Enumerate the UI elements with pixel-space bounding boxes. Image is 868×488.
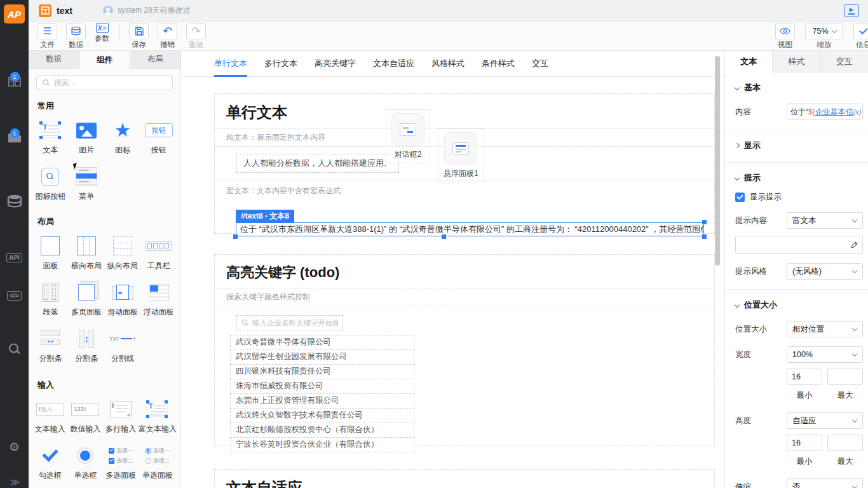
redo-button[interactable]: ↷ 重做 <box>186 23 206 50</box>
rail-item-api[interactable]: API <box>0 247 29 268</box>
tooltip-style-select[interactable]: (无风格) <box>787 263 863 280</box>
company-search-box[interactable] <box>236 315 343 330</box>
company-list-item[interactable]: 北京红杉顺德股权投资中心（有限合伙） <box>230 423 414 438</box>
group-tooltip[interactable]: 提示 <box>725 163 868 191</box>
company-list-item[interactable]: 武汉奇普微半导体有限公司 <box>230 335 414 350</box>
tab-components[interactable]: 组件 <box>79 51 130 69</box>
file-button[interactable]: ☰ 文件 <box>37 23 57 50</box>
component-tile-splitter-h[interactable]: ↔ 分割条 <box>32 328 69 364</box>
tab-interaction-props[interactable]: 交互 <box>821 51 868 72</box>
component-tile-icon[interactable]: ★ 图标 <box>105 119 141 156</box>
component-tile-paragraph[interactable]: 段落 <box>32 281 69 318</box>
height-min-input[interactable]: 16 <box>787 435 822 451</box>
component-tile-textinput[interactable]: I输入... 文本输入 <box>32 398 68 435</box>
plain-sample-text[interactable]: 人人都能分析数据，人人都能搭建应用。 <box>236 154 399 173</box>
macro-link[interactable]: 企业基本信 <box>815 107 853 118</box>
component-tile-splitter-v[interactable]: ↕ 分割条 <box>69 328 105 364</box>
tooltip-content-select[interactable]: 富文本 <box>787 212 863 229</box>
resize-handle[interactable] <box>702 234 707 239</box>
height-max-input[interactable] <box>827 435 863 451</box>
app-logo[interactable]: AP <box>4 4 25 24</box>
canvas-tab-multi-line[interactable]: 多行文本 <box>264 51 297 77</box>
width-min-input[interactable]: 16 <box>787 369 822 385</box>
search-input[interactable] <box>54 78 167 87</box>
tab-data[interactable]: 数据 <box>29 51 79 69</box>
component-tile-image[interactable]: 图片 <box>69 119 105 156</box>
component-tile-numberinput[interactable]: 123I 数值输入 <box>68 398 104 435</box>
company-list-item[interactable]: 东莞市上正投资管理有限公司 <box>230 393 414 409</box>
company-list-item[interactable]: 武汉烽火众智数字技术有限责任公司 <box>230 408 414 423</box>
tab-text-props[interactable]: 文本 <box>725 51 773 72</box>
search-icon <box>8 342 22 356</box>
component-tile-text[interactable]: 文本 <box>32 119 69 156</box>
undo-button[interactable]: ↶ 撤销 <box>158 23 177 50</box>
canvas-tab-single-line[interactable]: 单行文本 <box>214 51 247 77</box>
widget-dialog2[interactable]: 对话框2 <box>386 109 430 163</box>
canvas-scrollbar[interactable] <box>715 56 720 266</box>
info-button[interactable]: 信息 <box>853 23 868 50</box>
rail-item-database[interactable] <box>0 191 29 212</box>
canvas-tab-autofit[interactable]: 文本自适应 <box>373 51 414 77</box>
width-max-input[interactable] <box>827 369 863 385</box>
group-basic[interactable]: 基本 <box>725 72 868 100</box>
rail-collapse[interactable]: ≫ <box>0 471 29 488</box>
params-button[interactable]: X= 参数 <box>95 23 109 43</box>
company-search-input[interactable] <box>252 319 338 327</box>
resize-handle[interactable] <box>233 234 238 239</box>
selected-text-content[interactable]: 位于 “武汉市东西湖区革新大道388-1(1)” 的 “武汉奇普微半导体有限公司… <box>236 222 704 236</box>
content-macro-input[interactable]: 位于“ ${ 企业基本信 (x) <box>787 104 863 120</box>
component-tile-richtext[interactable]: 富文本输入 <box>139 398 177 435</box>
tab-style-props[interactable]: 样式 <box>773 51 820 72</box>
zoom-select[interactable]: 75% <box>805 23 843 39</box>
chevron-right-icon <box>735 143 740 148</box>
component-tile-slidepanel[interactable]: ◂▸ 滑动面板 <box>105 281 141 318</box>
canvas-tab-highlight[interactable]: 高亮关键字 <box>315 51 356 77</box>
component-tile-hlayout[interactable]: 横向布局 <box>69 235 105 271</box>
show-tooltip-checkbox[interactable] <box>735 193 745 202</box>
widget-floatpanel1[interactable]: 悬浮面板1 <box>438 128 484 182</box>
height-select[interactable]: 自适应 <box>787 412 863 429</box>
component-tile-radiopanel[interactable]: 选项一 选项二 单选面板 <box>139 445 177 481</box>
resize-handle[interactable] <box>702 220 707 224</box>
canvas-tab-conditional[interactable]: 条件样式 <box>482 51 515 77</box>
component-tile-panel[interactable]: 面板 <box>32 235 69 271</box>
rail-item-settings[interactable]: ⚙ <box>0 436 29 458</box>
component-tile-iconbutton[interactable]: 图标按钮 <box>32 166 69 202</box>
resize-handle[interactable] <box>442 234 446 239</box>
position-select[interactable]: 相对位置 <box>787 321 863 337</box>
component-tile-divider[interactable]: TXT▾ 分割线 <box>105 328 141 364</box>
flex-select[interactable]: 否 <box>787 478 863 488</box>
component-tile-checkpanel[interactable]: 选项一 选项二 多选面板 <box>103 445 139 481</box>
canvas-tab-style[interactable]: 风格样式 <box>431 51 465 77</box>
design-canvas[interactable]: 单行文本 多行文本 高亮关键字 文本自适应 风格样式 条件样式 交互 单行文本 … <box>181 51 724 488</box>
group-display[interactable]: 显示 <box>725 130 868 158</box>
company-list-item[interactable]: 珠海市恒威投资有限公司 <box>230 379 414 394</box>
tab-layout[interactable]: 布局 <box>130 51 180 69</box>
save-button[interactable]: 保存 <box>129 23 149 50</box>
component-tile-menu[interactable]: 菜单 <box>69 166 105 202</box>
component-tile-checkbox[interactable]: 勾选框 <box>32 445 68 481</box>
canvas-tab-interaction[interactable]: 交互 <box>532 51 548 77</box>
rail-item-pages[interactable]: 1 <box>0 71 29 93</box>
component-tile-textarea[interactable]: 多行输入 <box>103 398 139 435</box>
component-tile-multipage[interactable]: 多页面板 <box>69 281 105 318</box>
view-button[interactable]: 视图 <box>775 23 795 50</box>
component-tile-floatpanel[interactable]: 浮动面板 <box>140 281 177 318</box>
component-tile-vlayout[interactable]: 纵向布局 <box>105 235 141 271</box>
selected-text-widget[interactable]: #text8 - 文本8 位于 “武汉市东西湖区革新大道388-1(1)” 的 … <box>236 210 704 236</box>
preview-button[interactable]: ▶ <box>844 4 859 17</box>
rail-item-search[interactable] <box>0 339 29 360</box>
rail-item-code[interactable]: </> <box>0 285 29 306</box>
group-layout[interactable]: 位置大小 <box>725 290 868 318</box>
company-list-item[interactable]: 宁波长谷英时投资合伙企业（有限合伙） <box>230 437 414 452</box>
company-list-item[interactable]: 四川银米科技有限责任公司 <box>230 364 414 379</box>
rail-item-folder[interactable]: 1 <box>0 127 29 149</box>
component-tile-radio[interactable]: 单选框 <box>68 445 104 481</box>
component-tile-toolbar[interactable]: 工具栏 <box>140 235 177 271</box>
company-list-item[interactable]: 武汉留学生创业园发展有限公司 <box>230 349 414 365</box>
component-tile-button[interactable]: 按钮 按钮 <box>140 119 177 156</box>
width-select[interactable]: 100% <box>787 346 863 363</box>
tooltip-rich-input[interactable] <box>735 236 863 254</box>
data-button[interactable]: 数据 <box>66 23 86 50</box>
component-search[interactable] <box>36 75 173 90</box>
